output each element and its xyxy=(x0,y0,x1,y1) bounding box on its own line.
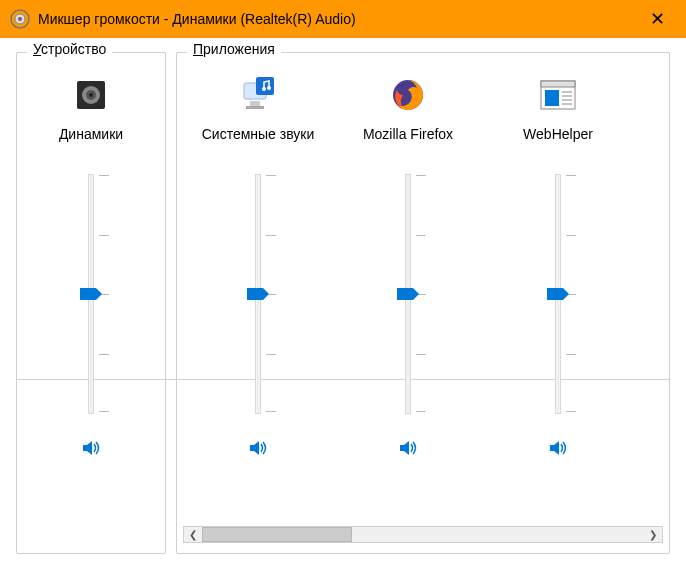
applications-group-label: Приложения xyxy=(187,41,281,57)
applications-group: Приложения Системные звуки xyxy=(176,52,670,554)
window-title: Микшер громкости - Динамики (Realtek(R) … xyxy=(38,11,638,27)
device-group: Устройство Динамики xyxy=(16,52,166,554)
channel-system-sounds: Системные звуки xyxy=(183,61,333,520)
svg-point-2 xyxy=(18,17,22,21)
firefox-icon[interactable] xyxy=(388,75,428,115)
close-button[interactable]: ✕ xyxy=(638,0,676,38)
channel-label: Mozilla Firefox xyxy=(363,125,453,165)
svg-point-12 xyxy=(267,86,271,90)
scroll-left-button[interactable]: ❮ xyxy=(184,527,202,542)
mute-button[interactable] xyxy=(393,433,423,463)
channel-label: Системные звуки xyxy=(202,125,315,165)
channel-device: Динамики xyxy=(23,61,159,543)
channel-webhelper: WebHelper xyxy=(483,61,633,520)
svg-rect-15 xyxy=(541,81,575,87)
volume-mixer-icon xyxy=(10,9,30,29)
mute-button[interactable] xyxy=(76,433,106,463)
scrollbar-track[interactable] xyxy=(202,527,644,542)
volume-slider[interactable] xyxy=(238,169,278,419)
client-area: Устройство Динамики xyxy=(0,38,686,570)
svg-point-11 xyxy=(262,87,266,91)
volume-slider[interactable] xyxy=(71,169,111,419)
channel-firefox: Mozilla Firefox xyxy=(333,61,483,520)
svg-rect-10 xyxy=(256,77,274,95)
app-channels: Системные звуки Mozilla Firefox xyxy=(183,61,663,520)
speaker-device-icon[interactable] xyxy=(71,75,111,115)
webhelper-icon[interactable] xyxy=(538,75,578,115)
titlebar: Микшер громкости - Динамики (Realtek(R) … xyxy=(0,0,686,38)
mute-button[interactable] xyxy=(543,433,573,463)
mute-button[interactable] xyxy=(243,433,273,463)
channel-label: WebHelper xyxy=(523,125,593,165)
volume-slider[interactable] xyxy=(388,169,428,419)
device-group-label: Устройство xyxy=(27,41,112,57)
scrollbar-thumb[interactable] xyxy=(202,527,352,542)
svg-rect-9 xyxy=(246,106,264,109)
svg-rect-16 xyxy=(545,90,559,106)
scroll-right-button[interactable]: ❯ xyxy=(644,527,662,542)
volume-slider[interactable] xyxy=(538,169,578,419)
svg-point-6 xyxy=(89,93,93,97)
channel-label: Динамики xyxy=(59,125,123,165)
system-sounds-icon[interactable] xyxy=(238,75,278,115)
horizontal-scrollbar[interactable]: ❮ ❯ xyxy=(183,526,663,543)
